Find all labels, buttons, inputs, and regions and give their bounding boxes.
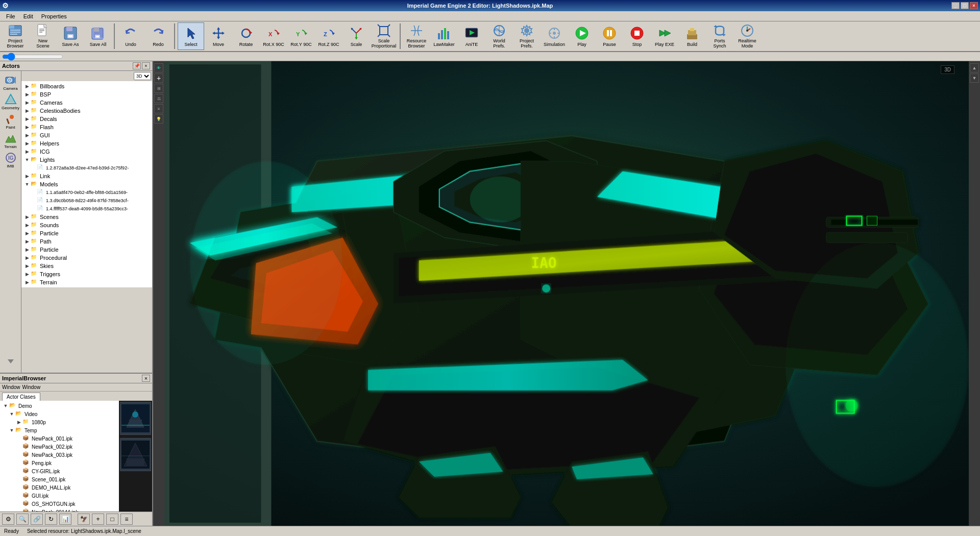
tree-item-cameras[interactable]: ▶ 📁 Cameras xyxy=(22,99,151,107)
roty90-button[interactable]: Y Rot.Y 90C xyxy=(288,22,314,50)
imptb-settings[interactable]: ⚙ xyxy=(2,514,14,525)
imptb-extra4[interactable]: ≡ xyxy=(120,514,133,525)
tree-item-model3[interactable]: 📄 1.4.fffff537-dea8-4099-b5d8-55a239cc3- xyxy=(22,205,151,213)
save-as-button[interactable]: Save As xyxy=(57,22,84,50)
vp-right-tool-1[interactable]: ▲ xyxy=(970,63,979,72)
imp-tree-cygirl[interactable]: 📦 CY-GIRL.ipk xyxy=(1,467,118,475)
imptb-refresh[interactable]: ↻ xyxy=(45,514,57,525)
tree-item-model2[interactable]: 📄 1.3.d9c0b058-8d22-49f4-87fd-7858e3cf- xyxy=(22,197,151,205)
imp-tree-demohall[interactable]: 📦 DEMO_HALL.ipk xyxy=(1,483,118,492)
imptb-link[interactable]: 🔗 xyxy=(31,514,43,525)
rotx90-button[interactable]: X Rot.X 90C xyxy=(260,22,287,50)
imp-tree-newpack003[interactable]: 📦 NewPack_003.ipk xyxy=(1,451,118,459)
actors-pin-button[interactable]: 📌 xyxy=(133,62,141,69)
actor-icon-terrain[interactable]: Terrain xyxy=(2,131,20,150)
scale-prop-button[interactable]: Scale Proportional xyxy=(371,22,397,50)
imptb-search[interactable]: 🔍 xyxy=(16,514,29,525)
vp-tool-layers[interactable]: ≡ xyxy=(154,104,163,113)
tree-item-particle2[interactable]: ▶ 📁 Particle xyxy=(22,246,151,254)
tree-item-path[interactable]: ▶ 📁 Path xyxy=(22,237,151,246)
vp-right-tool-2[interactable]: ▼ xyxy=(970,74,979,83)
view-mode-select[interactable]: 3D 2D xyxy=(134,72,151,80)
actor-icon-geometry[interactable]: Geometry xyxy=(2,92,20,111)
stop-button[interactable]: Stop xyxy=(624,22,650,50)
redo-button[interactable]: Redo xyxy=(145,22,172,50)
actors-close-button[interactable]: × xyxy=(142,62,150,69)
anite-button[interactable]: AniTE xyxy=(458,22,485,50)
save-all-button[interactable]: Save All xyxy=(85,22,111,50)
imp-tree-demo[interactable]: ▼ 📂 Demo xyxy=(1,402,118,410)
actor-icon-camera[interactable]: Camera xyxy=(2,73,20,91)
tree-item-flash[interactable]: ▶ 📁 Flash xyxy=(22,123,151,131)
vp-tool-eye[interactable]: 👁 xyxy=(154,63,163,72)
lawmaker-button[interactable]: LawMaker xyxy=(431,22,457,50)
tree-item-decals[interactable]: ▶ 📁 Decals xyxy=(22,115,151,123)
imp-tree-newpack002[interactable]: 📦 NewPack_002.ipk xyxy=(1,443,118,451)
tree-item-helpers[interactable]: ▶ 📁 Helpers xyxy=(22,139,151,148)
tree-item-billboards[interactable]: ▶ 📁 Billboards xyxy=(22,82,151,90)
menu-file[interactable]: File xyxy=(2,12,19,20)
imp-tree-newpack001[interactable]: 📦 NewPack_001.ipk xyxy=(1,434,118,443)
tree-item-icg[interactable]: ▶ 📁 ICG xyxy=(22,148,151,156)
tree-item-scenes[interactable]: ▶ 📁 Scenes xyxy=(22,213,151,221)
slider-control[interactable] xyxy=(2,53,63,60)
tree-item-model1[interactable]: 📄 1.1.a5a8f470-0eb2-4ffe-bf88-0d1a1569- xyxy=(22,188,151,197)
rotz90-button[interactable]: Z Rot.Z 90C xyxy=(315,22,342,50)
tree-item-lights-id1[interactable]: 📄 1.2.872a8a38-d2ee-47ed-b39d-2c75f92- xyxy=(22,164,151,172)
tree-item-procedural[interactable]: ▶ 📁 Procedural xyxy=(22,254,151,262)
tree-item-triggers[interactable]: ▶ 📁 Triggers xyxy=(22,270,151,278)
tree-item-gui[interactable]: ▶ 📁 GUI xyxy=(22,131,151,139)
maximize-button[interactable]: □ xyxy=(961,2,969,9)
tree-item-link[interactable]: ▶ 📁 Link xyxy=(22,172,151,180)
tree-item-bsp[interactable]: ▶ 📁 BSP xyxy=(22,90,151,99)
new-scene-button[interactable]: New Scene xyxy=(30,22,56,50)
tree-item-lights[interactable]: ▼ 📂 Lights xyxy=(22,156,151,164)
select-button[interactable]: Select xyxy=(178,22,204,50)
tree-item-skies[interactable]: ▶ 📁 Skies xyxy=(22,262,151,270)
imperial-close-button[interactable]: × xyxy=(142,375,150,382)
actor-icon-paint[interactable]: Paint xyxy=(2,112,20,130)
tree-item-terrain[interactable]: ▶ 📁 Terrain xyxy=(22,278,151,286)
vp-tool-light[interactable]: 💡 xyxy=(154,114,163,124)
preview-thumb-1[interactable] xyxy=(120,402,151,435)
vp-tool-plus[interactable]: + xyxy=(154,74,163,83)
imptb-chart[interactable]: 📊 xyxy=(59,514,71,525)
imptb-extra2[interactable]: + xyxy=(92,514,104,525)
pause-button[interactable]: Pause xyxy=(596,22,623,50)
tree-item-particle1[interactable]: ▶ 📁 Particle xyxy=(22,229,151,237)
imptb-extra1[interactable]: 🦅 xyxy=(78,514,90,525)
tree-item-models[interactable]: ▼ 📂 Models xyxy=(22,180,151,188)
build-button[interactable]: Build xyxy=(679,22,705,50)
actor-icon-imb[interactable]: IG IMB xyxy=(2,151,20,169)
viewport[interactable]: IAO xyxy=(164,61,969,526)
realtime-mode-button[interactable]: Realtime Mode xyxy=(734,22,761,50)
close-button[interactable]: × xyxy=(970,2,978,9)
imp-tree-osshotgun[interactable]: 📦 OS_SHOTGUN.ipk xyxy=(1,500,118,508)
vp-tool-grid[interactable]: ⊞ xyxy=(154,84,163,93)
menu-edit[interactable]: Edit xyxy=(19,12,37,20)
simulation-button[interactable]: Simulation xyxy=(541,22,568,50)
imp-tree-1080p[interactable]: ▶ 📁 1080p xyxy=(1,418,118,426)
project-browser-button[interactable]: Project Browser xyxy=(2,22,29,50)
actors-scrollarea[interactable]: ▶ 📁 Billboards ▶ 📁 BSP ▶ � xyxy=(21,81,152,373)
imp-tree-scene001[interactable]: 📦 Scene_001.ipk xyxy=(1,475,118,483)
imp-tree-temp[interactable]: ▼ 📂 Temp xyxy=(1,426,118,434)
tab-actor-classes[interactable]: Actor Clases xyxy=(2,393,40,401)
tree-item-sounds[interactable]: ▶ 📁 Sounds xyxy=(22,221,151,229)
play-button[interactable]: Play xyxy=(569,22,595,50)
imp-tree-gui[interactable]: 📦 GUI.ipk xyxy=(1,492,118,500)
scale-button[interactable]: Scale xyxy=(343,22,370,50)
tree-item-celestioa[interactable]: ▶ 📁 CelestioaBodies xyxy=(22,107,151,115)
rotate-button[interactable]: Rotate xyxy=(233,22,259,50)
world-prefs-button[interactable]: World Prefs. xyxy=(486,22,512,50)
menu-properties[interactable]: Properties xyxy=(37,12,71,20)
imp-tree-peng[interactable]: 📦 Peng.ipk xyxy=(1,459,118,467)
imperial-tree[interactable]: ▼ 📂 Demo ▼ 📂 Video ▶ 📁 1080p xyxy=(0,401,119,511)
project-prefs-button[interactable]: Project Prefs. xyxy=(513,22,540,50)
vp-tool-scale[interactable]: ⚖ xyxy=(154,94,163,103)
undo-button[interactable]: Undo xyxy=(117,22,144,50)
imptb-extra3[interactable]: □ xyxy=(106,514,118,525)
play-exe-button[interactable]: Play EXE xyxy=(651,22,678,50)
actor-icon-expand[interactable] xyxy=(2,352,20,371)
move-button[interactable]: Move xyxy=(205,22,232,50)
